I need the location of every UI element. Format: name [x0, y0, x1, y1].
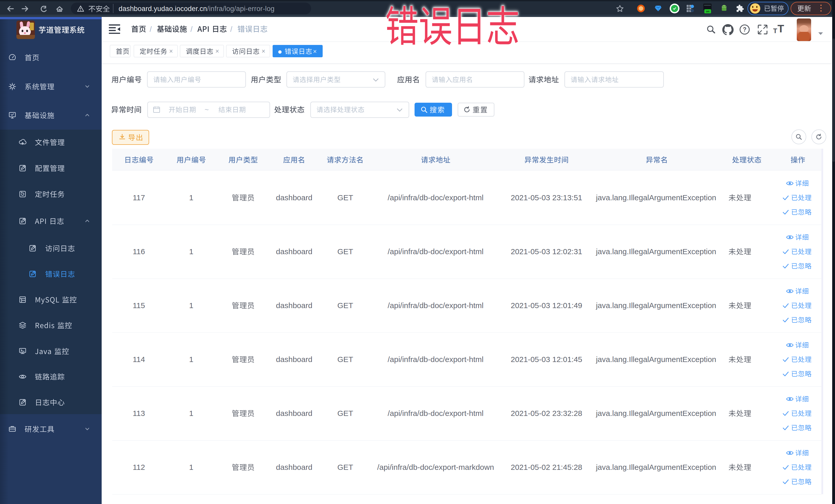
- svg-text:?: ?: [743, 26, 747, 33]
